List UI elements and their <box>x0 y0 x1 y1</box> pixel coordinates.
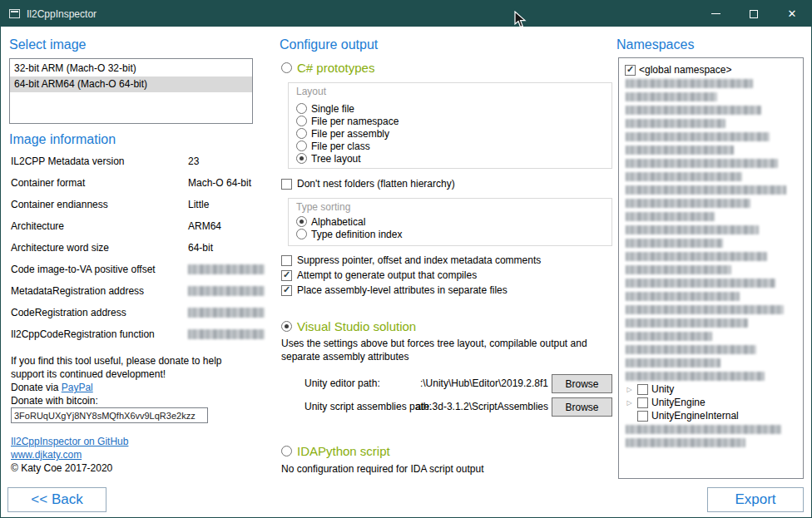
unity-editor-browse-button[interactable]: Browse <box>552 374 612 393</box>
redacted-namespace <box>626 185 786 195</box>
window-controls: ✕ <box>696 1 811 27</box>
visual-studio-solution-radio[interactable]: Visual Studio solution <box>281 319 416 333</box>
info-label: Il2CppCodeRegistration function <box>11 328 188 340</box>
image-option-selected[interactable]: 64-bit ARM64 (Mach-O 64-bit) <box>10 76 252 92</box>
type-sorting-options: Alphabetical Type definition index <box>296 215 402 240</box>
namespace-row-redacted <box>623 369 800 382</box>
github-link[interactable]: Il2CppInspector on GitHub <box>11 436 128 447</box>
layout-group-title: Layout <box>296 86 326 97</box>
redacted-namespace <box>626 425 781 434</box>
namespace-row-redacted <box>623 329 800 343</box>
info-value <box>188 307 265 320</box>
radio-type-definition-index[interactable]: Type definition index <box>296 228 402 240</box>
redacted-namespace <box>626 372 765 381</box>
back-button[interactable]: << Back <box>7 487 106 512</box>
radio-label: File per class <box>311 141 370 152</box>
radio-file-per-class[interactable]: File per class <box>296 140 399 152</box>
namespace-checkbox-checked[interactable] <box>625 65 636 76</box>
namespace-row[interactable]: ▷Unity <box>623 382 800 396</box>
info-row: Container formatMach-O 64-bit <box>11 177 257 199</box>
unity-assemblies-browse-button[interactable]: Browse <box>552 397 612 417</box>
info-value: 23 <box>188 155 199 167</box>
radio-file-per-namespace[interactable]: File per namespace <box>296 115 399 127</box>
vs-description: Uses the settings above but forces tree … <box>281 337 616 363</box>
info-label: Container format <box>11 177 188 189</box>
namespace-checkbox[interactable] <box>637 411 648 422</box>
attempt-compile-checkbox[interactable]: Attempt to generate output that compiles <box>281 269 477 281</box>
namespace-row-redacted <box>623 236 800 249</box>
csharp-prototypes-radio[interactable]: C# prototypes <box>281 61 374 75</box>
redacted-namespace <box>626 159 778 168</box>
radio-alphabetical[interactable]: Alphabetical <box>296 215 402 228</box>
namespace-checkbox[interactable] <box>637 397 648 408</box>
info-row: Architecture word size64-bit <box>11 242 257 264</box>
info-row: Code image-to-VA positive offset <box>11 264 257 285</box>
unity-editor-path-value: :\Unity\Hub\Editor\2019.2.8f1 <box>392 377 548 389</box>
redacted-namespace <box>626 106 761 115</box>
suppress-comments-checkbox[interactable]: Suppress pointer, offset and index metad… <box>281 254 541 266</box>
info-row: ArchitectureARM64 <box>11 220 257 242</box>
radio-icon <box>296 103 307 114</box>
info-value <box>188 328 265 342</box>
dont-nest-checkbox[interactable]: Don't nest folders (flatten hierarchy) <box>281 178 455 190</box>
radio-tree-layout[interactable]: Tree layout <box>296 152 399 165</box>
expander-icon[interactable]: ▷ <box>625 399 634 407</box>
namespace-list[interactable]: <global namespace>▷Unity▷UnityEngineUnit… <box>618 57 804 479</box>
namespace-row-redacted <box>623 289 800 303</box>
namespace-row[interactable]: ▷UnityEngine <box>623 396 800 409</box>
namespace-checkbox[interactable] <box>637 384 648 395</box>
expander-icon[interactable]: ▷ <box>625 386 634 393</box>
title-bar: Il2CppInspector ✕ <box>1 1 811 27</box>
info-value: 64-bit <box>188 242 213 254</box>
radio-icon <box>281 62 292 73</box>
export-button[interactable]: Export <box>707 487 804 512</box>
radio-single-file[interactable]: Single file <box>296 102 399 115</box>
radio-icon-selected <box>296 153 307 164</box>
close-button[interactable]: ✕ <box>773 1 811 27</box>
checkbox-icon <box>281 179 292 190</box>
checkbox-label: Place assembly-level attributes in separ… <box>297 284 508 296</box>
paypal-link[interactable]: PayPal <box>62 382 93 393</box>
image-option[interactable]: 32-bit ARM (Mach-O 32-bit) <box>10 61 252 76</box>
radio-label: Alphabetical <box>311 216 365 228</box>
namespace-row[interactable]: <global namespace> <box>623 63 800 76</box>
redacted-namespace <box>626 146 734 155</box>
ida-description: No configuration required for IDA script… <box>281 463 483 475</box>
info-row: CodeRegistration address <box>11 307 257 328</box>
bitcoin-address-input[interactable] <box>11 407 208 423</box>
redacted-namespace <box>626 279 775 288</box>
info-label: Container endianness <box>11 199 188 210</box>
radio-label: Single file <box>311 103 354 115</box>
app-window: Il2CppInspector ✕ Select image 32-bit AR… <box>0 0 812 518</box>
redacted-namespace <box>626 172 742 181</box>
maximize-button[interactable] <box>735 1 773 27</box>
image-listbox[interactable]: 32-bit ARM (Mach-O 32-bit) 64-bit ARM64 … <box>9 58 253 124</box>
redacted-namespace <box>626 132 770 141</box>
redacted-namespace <box>626 239 723 248</box>
namespace-row[interactable]: UnityEngineInternal <box>623 409 800 422</box>
radio-icon-selected <box>281 321 292 332</box>
radio-icon-selected <box>296 216 307 227</box>
info-value: Mach-O 64-bit <box>188 177 251 189</box>
layout-options: Single file File per namespace File per … <box>296 102 399 165</box>
separate-attributes-checkbox[interactable]: Place assembly-level attributes in separ… <box>281 284 508 296</box>
redacted-namespace <box>626 292 740 301</box>
idapython-script-radio[interactable]: IDAPython script <box>281 444 390 458</box>
namespace-row-redacted <box>623 76 800 90</box>
idapython-script-label: IDAPython script <box>297 444 390 458</box>
namespace-row-redacted <box>623 356 800 369</box>
minimize-button[interactable] <box>696 1 735 27</box>
visual-studio-solution-label: Visual Studio solution <box>297 319 416 333</box>
namespace-row-redacted <box>623 170 800 183</box>
redacted-namespace <box>626 119 725 128</box>
info-label: CodeRegistration address <box>11 307 188 318</box>
radio-file-per-assembly[interactable]: File per assembly <box>296 127 399 140</box>
website-link[interactable]: www.djkaty.com <box>11 449 82 461</box>
minimize-icon <box>711 13 720 14</box>
namespaces-header: Namespaces <box>616 37 694 52</box>
info-label: MetadataRegistration address <box>11 285 188 297</box>
redacted-namespace <box>626 92 717 101</box>
image-info-header: Image information <box>9 132 116 147</box>
redacted-namespace <box>626 252 767 261</box>
info-label: Architecture word size <box>11 242 188 254</box>
